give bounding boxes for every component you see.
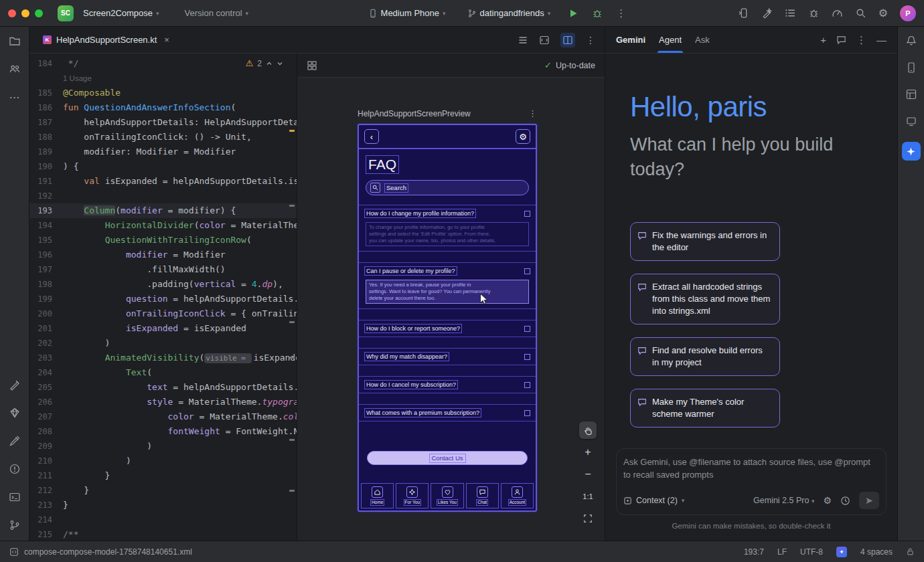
debug-button[interactable] (592, 8, 603, 19)
gemini-settings-icon[interactable]: ⚙ (823, 495, 832, 506)
expand-icon[interactable] (524, 268, 530, 274)
code-line[interactable]: 203 AnimatedVisibility(visible = isExpan… (29, 351, 297, 365)
back-button[interactable]: ‹ (364, 129, 379, 144)
ui-check-icon[interactable] (307, 60, 317, 71)
code-line[interactable]: 204 Text( (29, 365, 297, 380)
code-line[interactable]: 192 (29, 189, 297, 203)
prev-warning-icon[interactable] (266, 60, 273, 67)
file-encoding[interactable]: UTF-8 (800, 547, 823, 557)
code-line[interactable]: 187 helpAndSupportDetails: HelpAndSuppor… (29, 115, 297, 130)
code-line[interactable]: 197 .fillMaxWidth() (29, 262, 297, 277)
emulator-icon[interactable] (905, 115, 917, 127)
phone-preview[interactable]: ‹ ⚙ FAQ Search How do I change my (358, 124, 537, 512)
suggestion-card[interactable]: Find and resolve build errors in my proj… (630, 337, 780, 376)
build-icon[interactable] (9, 435, 21, 447)
zoom-window-icon[interactable] (35, 9, 43, 17)
code-line[interactable]: 215/** (29, 527, 297, 541)
project-folder-icon[interactable] (9, 35, 21, 47)
faq-item[interactable]: Why did my match disappear? (359, 348, 536, 365)
new-chat-icon[interactable]: + (820, 34, 826, 45)
stripe-mark[interactable] (289, 439, 295, 441)
model-selector[interactable]: Gemini 2.5 Pro ▾ (753, 496, 814, 505)
split-view-icon[interactable] (560, 33, 575, 48)
stripe-mark[interactable] (289, 321, 295, 323)
code-line[interactable]: 211 } (29, 468, 297, 483)
faq-item[interactable]: What comes with a premium subscription? (359, 404, 536, 421)
code-view-icon[interactable] (539, 35, 550, 45)
editor-tab[interactable]: K HelpAndSupportScreen.kt × (40, 27, 172, 53)
project-selector[interactable]: Screen2Compose ▾ (79, 5, 163, 21)
suggestion-card[interactable]: Extract all hardcoded strings from this … (630, 274, 780, 324)
design-tools-icon[interactable] (9, 379, 21, 391)
more-actions-button[interactable]: ⋮ (616, 7, 626, 19)
code-line[interactable]: 206 style = MaterialTheme.typography.bod… (29, 395, 297, 409)
code-line[interactable]: 191 val isExpanded = helpAndSupportDetai… (29, 174, 297, 189)
collaborators-icon[interactable] (9, 63, 21, 75)
code-line[interactable]: 208 fontWeight = FontWeight.Normal (29, 424, 297, 439)
close-window-icon[interactable] (8, 9, 16, 17)
code-line[interactable]: 209 ) (29, 439, 297, 454)
settings-icon[interactable]: ⚙ (878, 7, 888, 19)
layout-inspector-icon[interactable] (905, 88, 917, 100)
code-line[interactable]: 186fun QuestionAndAnswerInfoSection( (29, 100, 297, 115)
search-icon[interactable] (855, 7, 866, 19)
code-line[interactable]: 213} (29, 498, 297, 512)
code-line[interactable]: 189 modifier: Modifier = Modifier (29, 145, 297, 159)
hide-panel-icon[interactable]: — (876, 34, 887, 45)
nav-item-likes-you[interactable]: Likes You (431, 483, 463, 508)
pan-tool-button[interactable] (579, 421, 597, 439)
error-stripe[interactable] (289, 54, 295, 541)
faq-item[interactable]: Can I pause or delete my profile?Yes. If… (359, 262, 536, 309)
avatar[interactable]: P (900, 5, 916, 21)
nav-item-chat[interactable]: Chat (466, 483, 499, 508)
gemini-options-kebab-icon[interactable]: ⋮ (856, 34, 866, 46)
prompt-history-icon[interactable] (840, 496, 850, 506)
settings-button[interactable]: ⚙ (516, 129, 530, 144)
run-button[interactable] (568, 8, 579, 19)
send-button[interactable] (859, 492, 879, 509)
caret-position[interactable]: 193:7 (744, 547, 764, 557)
code-line[interactable]: 1 Usage (29, 71, 297, 86)
code-line[interactable]: 196 modifier = Modifier (29, 248, 297, 262)
contact-us-button[interactable]: Contact Us (367, 451, 528, 465)
code-line[interactable]: 195 QuestionWithTrailingIconRow( (29, 233, 297, 248)
code-line[interactable]: 202 ) (29, 336, 297, 351)
inspections-widget[interactable]: ⚠ 2 (243, 58, 286, 69)
tab-ask[interactable]: Ask (695, 27, 710, 53)
device-mirroring-icon[interactable] (738, 7, 749, 19)
suggestion-card[interactable]: Fix the warnings and errors in the edito… (630, 222, 780, 261)
nav-item-account[interactable]: Account (501, 483, 534, 508)
assistant-icon[interactable] (761, 7, 773, 19)
line-separator[interactable]: LF (777, 547, 787, 557)
code-line[interactable]: 207 color = MaterialTheme.colorScheme.on… (29, 409, 297, 424)
faq-item[interactable]: How do I cancel my subscription? (359, 376, 536, 393)
code-line[interactable]: 193 Column(modifier = modifier) { (29, 203, 297, 218)
tab-agent[interactable]: Agent (659, 27, 682, 53)
close-tab-icon[interactable]: × (164, 35, 169, 45)
run-config-selector[interactable]: datingandfriends ▾ (463, 5, 555, 21)
zoom-to-fit-button[interactable] (579, 510, 597, 527)
device-selector[interactable]: Medium Phone ▾ (364, 5, 450, 21)
code-line[interactable]: 212 } (29, 483, 297, 498)
expand-icon[interactable] (524, 410, 530, 416)
assistant-status-icon[interactable]: ✦ (836, 547, 847, 557)
gemini-spark-button[interactable] (902, 142, 921, 161)
zoom-in-button[interactable]: + (579, 444, 597, 461)
bug-report-icon[interactable] (808, 7, 820, 19)
status-file-name[interactable]: compose-compose-model-1758748140651.xml (24, 547, 192, 557)
gemini-input[interactable]: Ask Gemini, use @filename to attach sour… (623, 456, 879, 481)
code-line[interactable]: 188 onTrailingIconClick: () -> Unit, (29, 130, 297, 145)
stripe-warning-mark[interactable] (289, 130, 295, 132)
problems-icon[interactable] (9, 463, 21, 475)
code-line[interactable]: 198 .padding(vertical = 4.dp), (29, 277, 297, 292)
more-tool-windows-icon[interactable]: ⋯ (9, 91, 20, 104)
faq-item[interactable]: How do I change my profile information?T… (359, 205, 536, 252)
context-chip[interactable]: Context (2) ▾ (623, 496, 684, 505)
code-editor[interactable]: 184 */1 Usage185@Composable186fun Questi… (29, 54, 297, 541)
window-controls[interactable] (8, 9, 43, 17)
faq-item[interactable]: How do I block or report someone? (359, 320, 536, 337)
code-line[interactable]: 199 question = helpAndSupportDetails.que… (29, 292, 297, 306)
profiler-icon[interactable] (832, 7, 843, 19)
nav-item-home[interactable]: Home (361, 483, 394, 508)
tab-options-kebab-icon[interactable]: ⋮ (586, 35, 595, 45)
